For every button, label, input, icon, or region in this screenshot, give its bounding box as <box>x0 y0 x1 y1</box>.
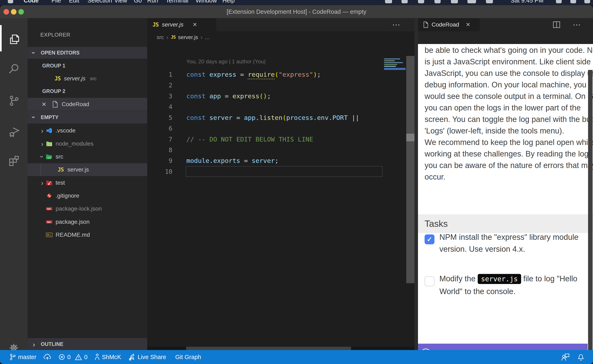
tab-serverjs[interactable]: JS server.js ✕ <box>147 18 216 31</box>
code-line-3[interactable]: const app = express(); <box>186 91 271 102</box>
line-number: 5 <box>147 112 172 123</box>
open-editor-coderoad[interactable]: ✕ CodeRoad <box>28 98 147 111</box>
notifications-item[interactable] <box>577 353 585 361</box>
editor-group-divider[interactable] <box>414 18 418 350</box>
menu-go[interactable]: Go <box>134 0 142 4</box>
title-bar[interactable]: [Extension Development Host] - CodeRoad … <box>0 5 593 18</box>
task2-checkbox[interactable] <box>425 276 434 286</box>
lesson-text-line: 'Logs' (lower-left, inside the tools men… <box>425 125 587 137</box>
menubar-status-icon[interactable] <box>451 0 458 3</box>
menubar-status-icon[interactable] <box>418 0 424 3</box>
line-number: 1 <box>147 69 172 80</box>
explorer-icon[interactable] <box>7 33 20 46</box>
menubar-status-icon[interactable] <box>486 0 493 3</box>
menubar-status-icon[interactable] <box>434 0 441 3</box>
more-actions-icon[interactable]: ⋯ <box>392 20 400 29</box>
menu-run[interactable]: Run <box>147 0 158 4</box>
siri-icon[interactable] <box>584 0 590 3</box>
folder-section-header[interactable]: › EMPTY <box>28 111 147 124</box>
spotlight-icon[interactable] <box>556 0 562 3</box>
status-bar: master 0 0 ShMcK Live Share Git Graph <box>0 350 593 364</box>
lesson-text-line: We recommend to keep the log panel open … <box>425 136 587 148</box>
menu-view[interactable]: View <box>114 0 127 4</box>
split-editor-icon[interactable] <box>553 21 560 28</box>
close-tab-icon[interactable]: ✕ <box>466 21 471 28</box>
git-icon <box>46 193 53 199</box>
outline-section-header[interactable]: › OUTLINE <box>28 338 147 351</box>
editor-scrollbar[interactable] <box>406 56 414 283</box>
menu-edit[interactable]: Edit <box>69 0 79 4</box>
tree-item-vscode[interactable]: › .vscode <box>28 124 147 137</box>
tree-item-readme[interactable]: M↓ README.md <box>28 228 147 241</box>
screen: Code File Edit Selection View Go Run Ter… <box>0 0 593 364</box>
menu-terminal[interactable]: Terminal <box>166 0 188 4</box>
chevron-right-icon: › <box>30 341 38 348</box>
control-center-icon[interactable] <box>570 0 576 3</box>
breadcrumb[interactable]: src › JS server.js › ... <box>147 31 414 43</box>
search-icon[interactable] <box>7 62 20 76</box>
menu-help[interactable]: Help <box>222 0 235 4</box>
task1-text-line2: version. Use version 4.x. <box>440 245 525 254</box>
close-icon[interactable]: ✕ <box>42 101 46 108</box>
close-tab-icon[interactable]: ✕ <box>193 21 197 28</box>
code-line-9[interactable]: module.exports = server; <box>186 155 279 166</box>
task1-checkbox[interactable]: ✓ <box>425 234 434 244</box>
svg-text:npm: npm <box>47 208 51 210</box>
git-graph-item[interactable]: Git Graph <box>173 354 201 360</box>
coderoad-tab-bar: CodeRoad ✕ ⋯ <box>418 18 593 31</box>
tree-item-src[interactable]: › src <box>28 150 147 163</box>
lesson-text-line: you can open the logs in the lower part … <box>425 102 587 114</box>
explorer-sidebar: EXPLORER › OPEN EDITORS GROUP 1 JS serve… <box>28 18 147 350</box>
open-editor-serverjs[interactable]: JS server.js src <box>28 72 147 85</box>
menu-code[interactable]: Code <box>24 0 39 4</box>
js-icon: JS <box>171 35 176 40</box>
line-number: 2 <box>147 80 172 91</box>
branch-icon <box>9 353 16 361</box>
editor-group2-label: GROUP 2 <box>42 85 65 97</box>
tree-item-test[interactable]: › test <box>28 176 147 189</box>
lesson-text-line: JavaScript, you can use the console to d… <box>425 67 587 79</box>
apple-menu-icon[interactable] <box>8 0 13 3</box>
live-share-item[interactable]: Live Share <box>128 353 166 361</box>
line-number: 3 <box>147 91 172 102</box>
gitlens-annotation[interactable]: You, 20 days ago | 1 author (You) <box>186 58 266 65</box>
more-actions-icon[interactable]: ⋯ <box>573 20 581 29</box>
test-folder-icon <box>46 180 53 186</box>
extensions-icon[interactable] <box>7 153 20 167</box>
open-editors-header[interactable]: › OPEN EDITORS <box>28 47 147 58</box>
lesson-text-line: would see the console output in a termin… <box>425 91 587 102</box>
code-line-1[interactable]: const express = require("express"); <box>186 69 321 80</box>
webview-scrollbar[interactable] <box>588 70 593 364</box>
minimap[interactable] <box>384 58 406 74</box>
tab-coderoad[interactable]: CodeRoad ✕ <box>418 18 480 31</box>
sync-changes-item[interactable] <box>43 353 51 361</box>
source-control-icon[interactable] <box>7 94 20 108</box>
problems-item[interactable]: 0 0 <box>58 353 87 360</box>
menu-selection[interactable]: Selection <box>87 0 112 4</box>
line-number: 10 <box>147 166 172 177</box>
liveshare-account-item[interactable]: ShMcK <box>94 353 121 361</box>
npm-icon: npm <box>46 219 53 225</box>
sidebar-title: EXPLORER <box>40 32 70 38</box>
tree-item-node-modules[interactable]: › JS node_modules <box>28 137 147 150</box>
lesson-text-line: occur. <box>425 171 587 183</box>
code-line-7[interactable]: // -- DO NOT EDIT BELOW THIS LINE <box>186 134 313 145</box>
menubar-battery-icon[interactable] <box>467 0 476 3</box>
git-branch-item[interactable]: master <box>9 353 36 361</box>
menu-file[interactable]: File <box>52 0 61 4</box>
feedback-item[interactable] <box>561 353 570 361</box>
menu-window[interactable]: Window <box>196 0 217 4</box>
run-debug-icon[interactable] <box>7 125 20 138</box>
error-icon <box>58 353 65 360</box>
code-line-5[interactable]: const server = app.listen(process.env.PO… <box>186 112 359 123</box>
tree-item-package-lock[interactable]: npm package-lock.json <box>28 202 147 215</box>
horizontal-scrollbar-thumb[interactable] <box>186 347 351 350</box>
tree-item-gitignore[interactable]: .gitignore <box>28 189 147 202</box>
bell-icon <box>577 353 585 361</box>
menubar-status-icon[interactable] <box>401 0 408 3</box>
menubar-clock[interactable]: Sat 9:45 PM <box>511 0 544 4</box>
menubar-status-icon[interactable] <box>385 0 392 3</box>
tree-item-serverjs[interactable]: JS server.js <box>28 163 147 176</box>
tree-item-package-json[interactable]: npm package.json <box>28 215 147 228</box>
code-chip: server.js <box>478 274 521 284</box>
